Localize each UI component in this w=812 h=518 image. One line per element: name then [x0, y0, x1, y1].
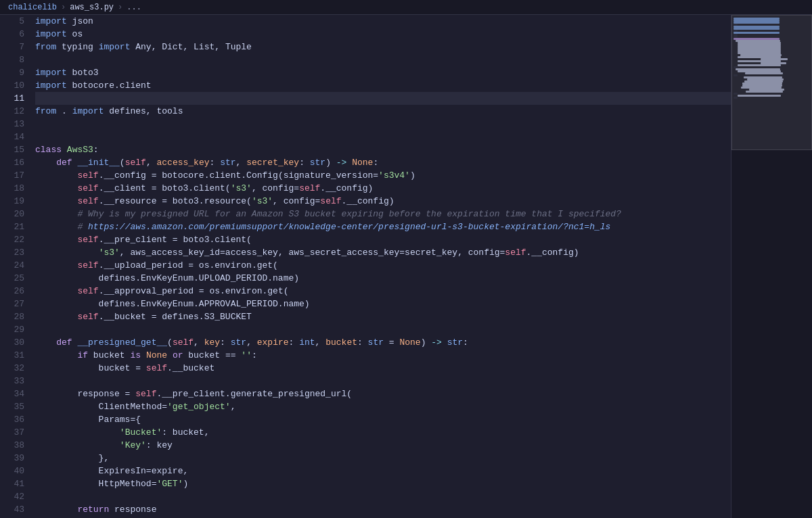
line-number: 30 — [0, 336, 24, 349]
token-white: , — [194, 336, 204, 349]
token-white: = — [384, 336, 399, 349]
minimap-line — [734, 32, 780, 34]
line-number: 6 — [0, 28, 24, 41]
token-white — [442, 336, 447, 349]
code-line: import botocore.client — [35, 79, 731, 92]
title-bar: chalicelib › aws_s3.py › ... — [0, 0, 812, 15]
token-white — [35, 182, 77, 195]
token-white: .__config) — [320, 182, 373, 195]
minimap-line — [738, 95, 780, 97]
code-line: }, — [35, 452, 731, 465]
code-line: 'Key': key — [35, 439, 731, 452]
token-white: : — [289, 336, 300, 349]
line-number: 36 — [0, 413, 24, 426]
token-def-kw: def — [56, 336, 72, 349]
token-kw2: from — [35, 41, 56, 53]
token-kw2: import — [72, 105, 104, 118]
token-white: , — [236, 156, 247, 169]
token-type: str — [310, 156, 325, 169]
token-white: .__pre_client.generate_presigned_url( — [156, 387, 352, 400]
token-white — [35, 310, 77, 323]
code-line — [35, 490, 731, 503]
token-white: botocore.client — [67, 79, 152, 92]
code-line: def __presigned_get__(self, key: str, ex… — [35, 336, 731, 349]
breadcrumb-sep1: › — [61, 3, 66, 12]
token-white: ) — [325, 156, 336, 169]
code-line: self.__upload_period = os.environ.get( — [35, 259, 731, 272]
code-line: if bucket is None or bucket == '': — [35, 349, 731, 362]
token-self-kw: self — [146, 362, 167, 375]
line-number: 22 — [0, 233, 24, 246]
breadcrumb-file[interactable]: aws_s3.py — [70, 3, 114, 12]
code-line: 's3', aws_access_key_id=access_key, aws_… — [35, 246, 731, 259]
token-kw2: import — [35, 79, 67, 92]
code-line: ClientMethod='get_object', — [35, 400, 731, 413]
token-kw: is — [130, 349, 141, 362]
token-white: , config= — [252, 182, 299, 195]
line-number: 40 — [0, 465, 24, 477]
token-white: : — [373, 156, 378, 169]
token-white — [35, 195, 77, 208]
code-line: class AwsS3: — [35, 143, 731, 156]
token-self-kw: self — [77, 285, 98, 298]
breadcrumb-sep2: › — [118, 3, 122, 12]
token-white — [35, 439, 120, 452]
token-self-kw: self — [299, 182, 320, 195]
token-white — [35, 259, 77, 272]
code-line: self.__config = botocore.client.Config(s… — [35, 169, 731, 182]
line-number: 25 — [0, 272, 24, 285]
token-self-kw: self — [320, 195, 341, 208]
token-none-kw: None — [352, 156, 373, 169]
line-number: 15 — [0, 143, 24, 156]
token-self-kw: self — [77, 182, 98, 195]
code-line: # https://aws.amazon.com/premiumsupport/… — [35, 220, 731, 233]
token-fn: __init__ — [77, 156, 119, 169]
line-number: 37 — [0, 426, 24, 439]
code-line: HttpMethod='GET') — [35, 477, 731, 490]
token-kw: or — [173, 349, 183, 362]
code-line: self.__approval_period = os.environ.get( — [35, 285, 731, 298]
token-str: 'Key' — [120, 439, 146, 452]
code-line: self.__bucket = defines.S3_BUCKET — [35, 310, 731, 323]
token-white: .__approval_period = os.environ.get( — [99, 285, 289, 298]
main-area: 5678910111213141516171819202122232425262… — [0, 15, 812, 518]
token-str: 's3v4' — [378, 169, 410, 182]
token-fn: __presigned_get__ — [77, 336, 167, 349]
token-white: : — [93, 143, 99, 156]
token-kw2: import — [35, 15, 67, 28]
token-str: 's3' — [252, 195, 273, 208]
line-number: 21 — [0, 220, 24, 233]
token-str: 'GET' — [156, 477, 183, 490]
code-container: 5678910111213141516171819202122232425262… — [0, 15, 731, 518]
token-white: os — [67, 28, 83, 41]
token-white: : — [220, 336, 231, 349]
token-white: ( — [120, 156, 125, 169]
token-none-kw: None — [146, 349, 167, 362]
breadcrumb-folder[interactable]: chalicelib — [8, 3, 57, 12]
minimap-line — [734, 22, 780, 24]
token-white: ) — [421, 336, 432, 349]
token-param: expire — [257, 336, 289, 349]
token-white: .__resource = boto3.resource( — [99, 195, 252, 208]
line-number: 16 — [0, 156, 24, 169]
token-white: .__client = boto3.client( — [99, 182, 231, 195]
editor-area: 5678910111213141516171819202122232425262… — [0, 15, 731, 518]
token-arrow: -> — [431, 336, 442, 349]
token-white: : key — [146, 439, 173, 452]
token-white: : — [252, 349, 257, 362]
token-white: ( — [167, 336, 173, 349]
line-number: 33 — [0, 375, 24, 387]
token-white: .__bucket = defines.S3_BUCKET — [99, 310, 252, 323]
token-self-kw: self — [77, 169, 98, 182]
token-str: 's3' — [231, 182, 252, 195]
token-white: bucket == — [183, 349, 242, 362]
code-line: # Why is my presigned URL for an Amazon … — [35, 208, 731, 220]
token-white — [35, 208, 77, 220]
line-number: 9 — [0, 66, 24, 79]
token-white: : — [299, 156, 310, 169]
token-white — [141, 349, 146, 362]
code-content[interactable]: import jsonimport osfrom typing import A… — [30, 15, 731, 518]
token-none-kw: None — [399, 336, 420, 349]
token-white: , — [231, 400, 236, 413]
code-line: from . import defines, tools — [35, 105, 731, 118]
